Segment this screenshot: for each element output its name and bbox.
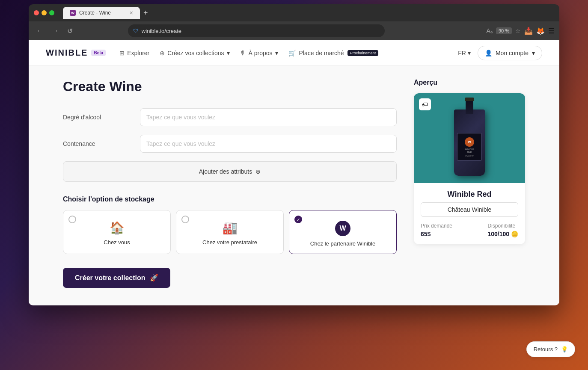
language-button[interactable]: FR ▾ — [458, 50, 471, 56]
logo-text: WINIBLE — [46, 48, 88, 58]
price-label: Prix demandé — [421, 223, 452, 229]
menu-icon[interactable]: ☰ — [548, 27, 554, 35]
grid-icon: ⊞ — [119, 50, 125, 56]
winible-partner-logo: W — [335, 221, 350, 236]
nav-bar: WINIBLE Beta ⊞ Explorer ⊕ Créez vos coll… — [29, 40, 559, 66]
add-attributes-button[interactable]: Ajouter des attributs ⊕ — [63, 161, 397, 182]
bookmark-icon[interactable]: ☆ — [515, 27, 521, 34]
account-button[interactable]: 👤 Mon compte ▾ — [478, 46, 542, 60]
page-content: WINIBLE Beta ⊞ Explorer ⊕ Créez vos coll… — [29, 40, 559, 305]
storage-option-winible[interactable]: W Chez le partenaire Winible — [289, 210, 397, 254]
wine-bottle-container: W WINIBLERED GRAND VIN — [450, 98, 489, 179]
nav-links: ⊞ Explorer ⊕ Créez vos collections ▾ 🎙 À… — [119, 50, 444, 56]
feedback-label: Retours ? — [534, 346, 558, 352]
tab-title: Create - Wine — [79, 10, 111, 16]
bulb-icon: 💡 — [561, 346, 568, 352]
maximize-btn[interactable] — [49, 10, 54, 15]
alcohol-row: Degré d'alcool — [63, 108, 397, 126]
shop-icon: 🛒 — [288, 50, 296, 56]
chezvous-label: Chez vous — [104, 239, 130, 246]
token-icon: 🪙 — [511, 231, 518, 237]
extension-icon[interactable]: 🦊 — [536, 27, 545, 35]
wine-meta: Prix demandé 65$ Disponibilité 100/100 🪙 — [421, 223, 518, 237]
price-item: Prix demandé 65$ — [421, 223, 452, 237]
nav-right: FR ▾ 👤 Mon compte ▾ — [458, 46, 542, 60]
forward-button[interactable]: → — [49, 25, 61, 36]
availability-value: 100/100 — [487, 231, 509, 237]
chevron-down-icon-2: ▾ — [275, 50, 278, 56]
feedback-button[interactable]: Retours ? 💡 — [526, 341, 575, 357]
preview-title: Aperçu — [414, 79, 525, 86]
storage-option-chezvous[interactable]: 🏠 Chez vous — [63, 210, 171, 254]
contenance-input[interactable] — [140, 135, 397, 153]
logo-container: WINIBLE Beta — [46, 48, 106, 58]
language-label: FR — [458, 50, 466, 56]
address-text: winible.io/create — [142, 28, 181, 34]
user-icon: 👤 — [485, 50, 492, 56]
label-logo: W — [465, 137, 474, 147]
wine-producer-button[interactable]: Château Winible — [421, 202, 518, 217]
storage-option-prestataire[interactable]: 🏭 Chez votre prestataire — [176, 210, 284, 254]
translate-icon[interactable]: Aₐ — [487, 27, 493, 34]
bottle-cap — [465, 98, 474, 101]
house-icon: 🏠 — [110, 221, 125, 235]
nav-apropos[interactable]: 🎙 À propos ▾ — [240, 50, 278, 56]
nav-apropos-label: À propos — [249, 50, 273, 56]
pocket-icon[interactable]: 📥 — [524, 27, 533, 35]
nav-collections[interactable]: ⊕ Créez vos collections ▾ — [160, 50, 229, 56]
winible-label: Chez le partenaire Winible — [310, 240, 375, 247]
back-button[interactable]: ← — [34, 25, 46, 36]
shield-icon: 🛡 — [133, 28, 138, 34]
chevron-down-icon-3: ▾ — [468, 50, 471, 56]
address-box[interactable]: 🛡 winible.io/create — [128, 24, 385, 37]
plus-square-icon: ⊕ — [160, 50, 165, 56]
toolbar-right: Aₐ 90 % ☆ 📥 🦊 ☰ — [487, 27, 554, 35]
bottle-body: W WINIBLERED GRAND VIN — [454, 110, 485, 176]
availability-item: Disponibilité 100/100 🪙 — [487, 223, 518, 237]
nav-marketplace[interactable]: 🛒 Place de marché Prochainement — [288, 50, 379, 56]
beta-badge: Beta — [91, 50, 106, 56]
browser-titlebar: W Create - Wine × + — [29, 4, 559, 21]
nav-marketplace-label: Place de marché — [299, 50, 344, 56]
nav-explorer[interactable]: ⊞ Explorer — [119, 50, 149, 56]
active-tab[interactable]: W Create - Wine × — [63, 7, 140, 19]
nav-explorer-label: Explorer — [127, 50, 149, 56]
new-tab-button[interactable]: + — [142, 9, 150, 18]
storage-options: 🏠 Chez vous 🏭 Chez votre prestataire W C… — [63, 210, 397, 254]
minimize-btn[interactable] — [42, 10, 47, 15]
alcohol-input[interactable] — [140, 108, 397, 126]
wine-tag-icon: 🏷 — [419, 98, 431, 110]
prestataire-label: Chez votre prestataire — [202, 239, 257, 246]
nav-collections-label: Créez vos collections — [167, 50, 224, 56]
submit-label: Créer votre collection — [75, 274, 146, 282]
mic-icon: 🎙 — [240, 50, 246, 56]
soon-badge: Prochainement — [347, 50, 379, 56]
add-attributes-label: Ajouter des attributs — [199, 168, 252, 175]
tab-close-icon[interactable]: × — [130, 9, 133, 16]
chevron-down-icon-4: ▾ — [532, 50, 535, 56]
chevron-down-icon: ▾ — [227, 50, 230, 56]
availability-value-container: 100/100 🪙 — [487, 231, 518, 237]
refresh-button[interactable]: ↺ — [65, 25, 75, 37]
close-btn[interactable] — [34, 10, 39, 15]
submit-button[interactable]: Créer votre collection 🚀 — [63, 268, 170, 288]
storage-section-title: Choisir l'option de stockage — [63, 195, 397, 203]
tag-icon: 🏷 — [422, 101, 428, 108]
wine-card-image: 🏷 — [414, 93, 525, 183]
warehouse-icon: 🏭 — [223, 221, 238, 235]
wine-card-body: Winible Red Château Winible Prix demandé… — [414, 183, 525, 244]
zoom-level[interactable]: 90 % — [496, 27, 512, 34]
browser-window: W Create - Wine × + ← → ↺ 🛡 winible.io/c… — [29, 4, 559, 305]
preview-section: Aperçu 🏷 — [414, 79, 525, 288]
address-bar: ← → ↺ 🛡 winible.io/create Aₐ 90 % ☆ 📥 🦊 … — [29, 21, 559, 40]
price-value: 65$ — [421, 231, 452, 237]
label-subtext: GRAND VIN — [465, 155, 474, 157]
bottle-label: W WINIBLERED GRAND VIN — [457, 133, 482, 161]
availability-label: Disponibilité — [487, 223, 518, 229]
rocket-icon: 🚀 — [150, 274, 158, 282]
radio-winible — [294, 216, 302, 223]
account-label: Mon compte — [496, 50, 529, 56]
wine-name: Winible Red — [421, 190, 518, 199]
label-w: W — [468, 140, 471, 144]
plus-circle-icon: ⊕ — [255, 168, 261, 175]
